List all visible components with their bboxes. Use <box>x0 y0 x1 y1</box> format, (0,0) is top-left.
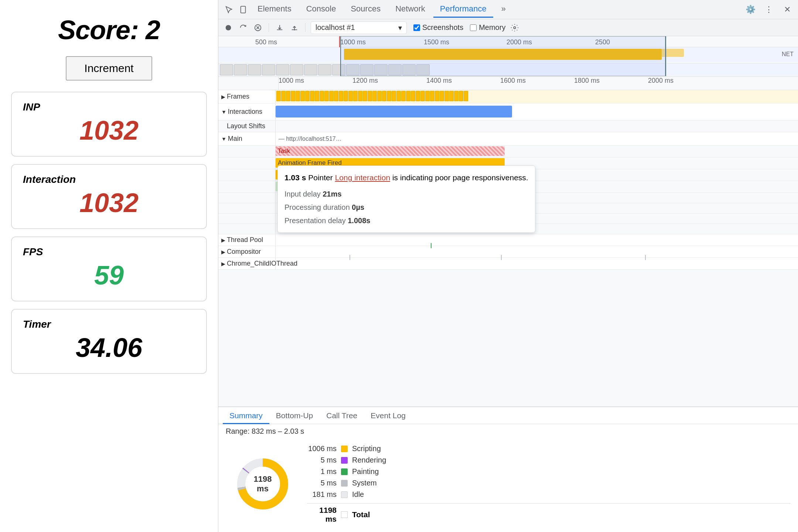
scripting-time: 1006 ms <box>307 444 337 453</box>
ruler-500ms: 500 ms <box>255 38 277 46</box>
export-button[interactable] <box>274 22 285 33</box>
record-button[interactable] <box>223 22 234 33</box>
thread-pool-label[interactable]: ▶ Thread Pool <box>218 234 276 246</box>
close-icon[interactable]: ✕ <box>781 3 794 16</box>
interaction-label: Interaction <box>23 174 195 185</box>
clear-button[interactable] <box>252 22 263 33</box>
main-expand-icon[interactable]: ▼ <box>221 136 226 142</box>
memory-label: Memory <box>479 23 505 32</box>
summary-tab[interactable]: Summary <box>223 408 269 424</box>
total-label: Total <box>352 510 370 519</box>
fps-value: 59 <box>23 260 195 290</box>
time-1800ms: 1800 ms <box>574 77 600 85</box>
legend-rendering: 5 ms Rendering <box>307 456 791 464</box>
devtools-icons-right: ⚙️ ⋮ ✕ <box>744 3 794 16</box>
tab-elements[interactable]: Elements <box>251 1 298 18</box>
frames-label[interactable]: ▶ Frames <box>218 90 276 103</box>
child-io-thread-row[interactable]: ▶ Chrome_ChildIOThread <box>218 258 798 270</box>
painting-time: 1 ms <box>307 467 337 476</box>
interactions-expand-icon[interactable]: ▼ <box>221 109 226 115</box>
thread-pool-text: Thread Pool <box>227 236 263 244</box>
compositor-row[interactable]: ▶ Compositor <box>218 246 798 258</box>
legend-scripting: 1006 ms Scripting <box>307 444 791 453</box>
timer-card: Timer 34.06 <box>11 309 207 374</box>
net-label: NET <box>782 51 794 58</box>
total-swatch <box>341 511 348 518</box>
idle-swatch <box>341 491 348 498</box>
timer-value: 34.06 <box>23 332 195 363</box>
interaction-bar[interactable] <box>276 106 512 117</box>
rendering-swatch <box>341 457 348 464</box>
painting-label: Painting <box>352 467 379 476</box>
task-row-label <box>218 146 276 157</box>
main-thread-header: ▼ Main — http://localhost:517… <box>218 132 798 146</box>
increment-button[interactable]: Increment <box>66 56 152 81</box>
tab-console[interactable]: Console <box>300 1 343 18</box>
child-io-thread-label[interactable]: ▶ Chrome_ChildIOThread <box>218 258 276 269</box>
devtools-inspect-icon[interactable] <box>223 3 235 16</box>
interactions-content[interactable]: ✏️ <box>276 103 798 120</box>
tab-sources[interactable]: Sources <box>344 1 387 18</box>
child-io-expand[interactable]: ▶ <box>221 261 225 267</box>
bottom-content: 1198 ms 1006 ms Scripting 5 ms Rendering… <box>218 436 798 532</box>
more-options-icon[interactable]: ⋮ <box>763 3 775 16</box>
system-label: System <box>352 479 377 487</box>
frames-expand-icon[interactable]: ▶ <box>221 94 225 100</box>
ruler-1500ms: 1500 ms <box>424 38 449 46</box>
tab-more[interactable]: » <box>495 1 512 18</box>
devtools-topbar: Elements Console Sources Network Perform… <box>218 0 798 19</box>
ruler-1000ms: 1000 ms <box>340 38 366 46</box>
settings-icon[interactable]: ⚙️ <box>744 3 757 16</box>
legend-painting: 1 ms Painting <box>307 467 791 476</box>
interactions-track-row[interactable]: ▼ Interactions ✏️ <box>218 103 798 120</box>
task-row-content: Task <box>276 146 798 157</box>
svg-point-1 <box>226 25 231 30</box>
time-ruler-strip: 1000 ms 1200 ms 1400 ms 1600 ms 1800 ms … <box>218 77 798 90</box>
tooltip-main-line: 1.03 s Pointer Long interaction is indic… <box>284 171 528 184</box>
system-swatch <box>341 480 348 487</box>
layout-shifts-label[interactable]: ▶ Layout Shifts <box>218 120 276 132</box>
idle-time: 181 ms <box>307 490 337 499</box>
interaction-value: 1032 <box>23 188 195 218</box>
rendering-time: 5 ms <box>307 456 337 464</box>
timer-label: Timer <box>23 318 195 330</box>
reload-profile-button[interactable] <box>238 22 249 33</box>
scripting-label: Scripting <box>352 444 381 453</box>
thread-pool-row[interactable]: ▶ Thread Pool <box>218 234 798 246</box>
bottom-up-tab[interactable]: Bottom-Up <box>269 408 320 424</box>
flame-chart-area[interactable]: 1000 ms 1200 ms 1400 ms 1600 ms 1800 ms … <box>218 77 798 406</box>
import-button[interactable] <box>289 22 300 33</box>
left-drag-handle[interactable] <box>340 36 341 76</box>
main-label-text: Main <box>228 135 242 143</box>
layout-shifts-row[interactable]: ▶ Layout Shifts <box>218 120 798 132</box>
tab-network[interactable]: Network <box>389 1 432 18</box>
capture-settings-icon[interactable] <box>509 22 520 33</box>
tooltip-suffix: is indicating poor page responsiveness. <box>392 173 528 182</box>
tooltip-link[interactable]: Long interaction <box>335 173 390 182</box>
memory-checkbox[interactable] <box>470 24 477 31</box>
memory-checkbox-group: Memory <box>470 23 505 32</box>
frames-track-row[interactable]: ▶ Frames <box>218 90 798 103</box>
tab-performance[interactable]: Performance <box>433 1 493 18</box>
thread-pool-expand[interactable]: ▶ <box>221 237 225 243</box>
interactions-label[interactable]: ▼ Interactions <box>218 103 276 120</box>
score-title: Score: 2 <box>58 15 160 45</box>
device-toolbar-icon[interactable] <box>237 3 249 16</box>
call-tree-tab[interactable]: Call Tree <box>320 408 364 424</box>
processing-duration-value: 0µs <box>352 203 364 211</box>
range-label-container: Range: 832 ms – 2.03 s <box>218 424 798 436</box>
screenshots-checkbox[interactable] <box>413 24 420 31</box>
right-drag-handle[interactable] <box>665 36 666 76</box>
fps-card: FPS 59 <box>11 236 207 301</box>
url-dropdown-icon[interactable]: ▾ <box>398 23 402 32</box>
compositor-label[interactable]: ▶ Compositor <box>218 246 276 258</box>
ruler-area[interactable]: 500 ms 1000 ms 1500 ms 2000 ms 2500 CPU … <box>218 36 798 77</box>
compositor-expand[interactable]: ▶ <box>221 249 225 255</box>
main-thread-label[interactable]: ▼ Main <box>218 132 276 145</box>
system-time: 5 ms <box>307 479 337 487</box>
event-log-tab[interactable]: Event Log <box>364 408 412 424</box>
anonymous-row-label <box>218 181 276 192</box>
inp-card: INP 1032 <box>11 92 207 157</box>
legend-system: 5 ms System <box>307 479 791 487</box>
inp-label: INP <box>23 101 195 113</box>
